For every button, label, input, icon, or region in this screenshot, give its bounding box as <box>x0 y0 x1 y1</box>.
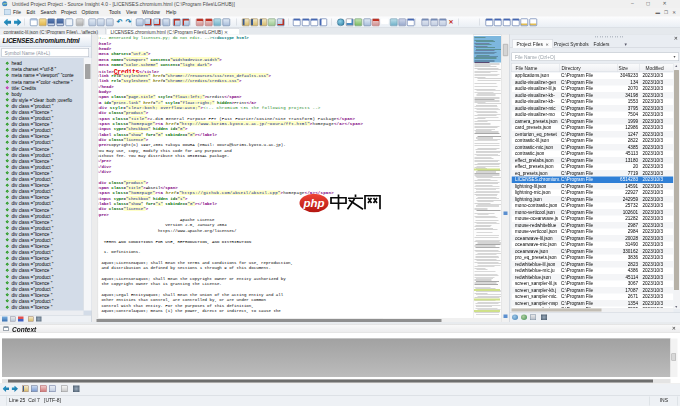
svg-text:php: php <box>302 197 324 209</box>
